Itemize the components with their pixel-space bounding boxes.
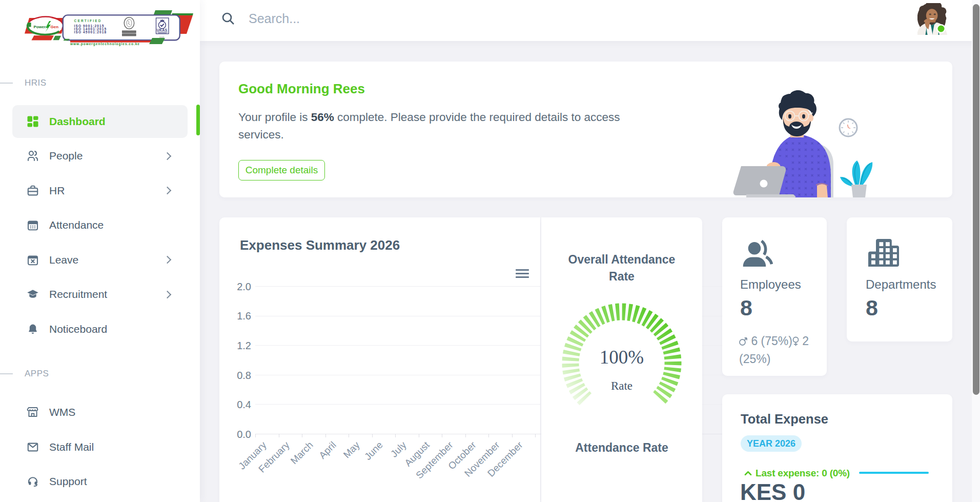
svg-text:ISO 45001:2018: ISO 45001:2018 [74,30,107,34]
svg-text:www.powergentechnologies.co.ke: www.powergentechnologies.co.ke [70,42,140,46]
svg-text:CERTIFIED: CERTIFIED [74,19,102,23]
svg-text:Gen: Gen [51,25,59,29]
svg-text:UKAS: UKAS [157,28,168,32]
svg-text:Power: Power [33,25,46,29]
